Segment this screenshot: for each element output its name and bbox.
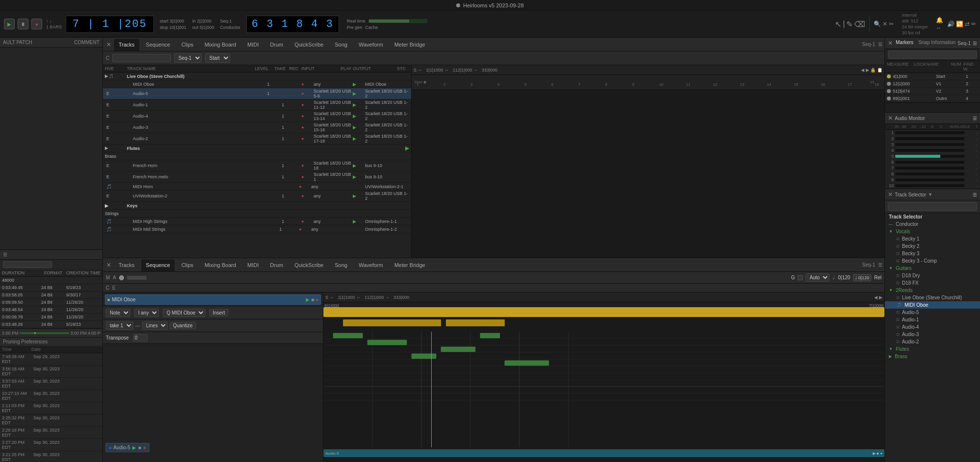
seq-menu-icon[interactable]: ☰: [878, 262, 882, 267]
markers-tab[interactable]: Markers: [894, 40, 915, 47]
tab-waveform[interactable]: Waveform: [353, 38, 389, 51]
sync-icon[interactable]: ↔: [936, 24, 943, 31]
track-row[interactable]: E Audio-5 1 ● Scarlett 18/20 USB 5-6 ▶ S…: [103, 88, 411, 99]
record-button[interactable]: ●: [31, 19, 42, 29]
seq-tab-meter-bridge[interactable]: Meter Bridge: [389, 259, 431, 271]
markers-close[interactable]: ✕: [888, 40, 893, 47]
output-select[interactable]: Q MIDI Oboe: [163, 309, 205, 317]
track-row[interactable]: E French Horn.melo 1 ● Scarlett 18/20 US…: [103, 171, 411, 183]
ts-close[interactable]: ✕: [888, 191, 893, 198]
track-row[interactable]: E UVIWorkstation-2 1 ● any ▶ Scarlett 18…: [103, 191, 411, 202]
tab-meter-bridge[interactable]: Meter Bridge: [389, 38, 431, 51]
mini-fader[interactable]: [127, 276, 147, 280]
seq-tab-drum[interactable]: Drum: [265, 259, 289, 271]
seq-tab-waveform[interactable]: Waveform: [353, 259, 389, 271]
rec-icon[interactable]: ●: [316, 297, 318, 302]
sync2-icon[interactable]: ⇄: [965, 21, 970, 27]
seq-tab-sequence[interactable]: Sequence: [141, 259, 176, 271]
loop-icon[interactable]: 🔁: [956, 21, 963, 27]
audio-monitor-menu[interactable]: ☰: [973, 116, 977, 121]
ts-search-input[interactable]: [888, 202, 977, 211]
track-row[interactable]: 🎵 MIDI High Strings 1 ● any ▶ Omnisphere…: [103, 218, 411, 225]
seq-tab-song[interactable]: Song: [329, 259, 353, 271]
seq-tab-mixing[interactable]: Mixing Board: [199, 259, 242, 271]
log-item[interactable]: 10:27:10 AM EDTSep 30, 2023: [0, 390, 102, 402]
track-row[interactable]: Brass: [103, 152, 411, 160]
take-select[interactable]: take 1: [106, 321, 133, 330]
mode-dot[interactable]: [119, 275, 124, 280]
track-row[interactable]: ▶ Flutes ▶: [103, 145, 411, 152]
ts-list-item[interactable]: □ D18 FX: [885, 279, 980, 287]
seq-tab-clips[interactable]: Clips: [176, 259, 198, 271]
log-item[interactable]: 3:56:18 AM EDTSep 30, 2023: [0, 365, 102, 378]
ts-list-item[interactable]: □ Audio-1: [885, 316, 980, 323]
track-search-input[interactable]: [112, 54, 171, 62]
ts-list-item[interactable]: ▼ Guitars: [885, 265, 980, 272]
ts-list-item[interactable]: 🎵 MIDI Oboe: [885, 301, 980, 309]
list-item[interactable]: 0:03:48.2624 Bit5/19/23: [0, 321, 102, 328]
arrow-tool[interactable]: ↖: [835, 20, 841, 29]
tab-sequence[interactable]: Sequence: [141, 38, 176, 51]
ts-menu[interactable]: ☰: [973, 192, 977, 197]
marker-row[interactable]: 89|1|001 Outro 4: [885, 95, 980, 102]
pause-button[interactable]: ⏸: [18, 19, 28, 29]
track-row[interactable]: MIDI Oboe 1 ● any ▶ MIDI Oboe: [103, 80, 411, 88]
log-item[interactable]: 2:11:03 PM EDTSep 30, 2023: [0, 402, 102, 414]
log-item[interactable]: 2:27:20 PM EDTSep 30, 2023: [0, 439, 102, 451]
play-icon[interactable]: ▶: [306, 297, 310, 302]
left-search-input[interactable]: [3, 261, 52, 268]
insert-btn[interactable]: Insert: [209, 309, 228, 316]
ts-list-item[interactable]: □ Audio-5: [885, 309, 980, 316]
auto-select[interactable]: Auto: [806, 273, 830, 282]
marker-row[interactable]: 12|1|000 V1 2: [885, 80, 980, 88]
tab-midi[interactable]: MIDI: [242, 38, 264, 51]
list-item[interactable]: 48000: [0, 277, 102, 284]
track-row[interactable]: 🎵 MIDI Horn ● any UVIWorkstation-2-1: [103, 183, 411, 191]
track-row[interactable]: E Audio-2 1 ● Scarlett 18/20 USB 17-18 ▶…: [103, 133, 411, 145]
tab-clips[interactable]: Clips: [176, 38, 198, 51]
ts-list-item[interactable]: ▼ Flutes: [885, 345, 980, 353]
ts-dropdown-icon[interactable]: ▼: [928, 192, 932, 197]
track-row[interactable]: E French Horn 1 ● Scarlett 18/20 USB 18 …: [103, 160, 411, 171]
log-item[interactable]: 3:57:03 AM EDTSep 30, 2023: [0, 378, 102, 390]
track-row[interactable]: E Audio-4 1 ● Scarlett 18/20 USB 13-14 ▶…: [103, 111, 411, 122]
ts-list-item[interactable]: □ Becky 2: [885, 243, 980, 250]
ts-list-item[interactable]: ▼ 2Reeds: [885, 287, 980, 294]
speaker-icon[interactable]: 🔊: [947, 21, 955, 27]
list-item[interactable]: 0:09:09.5024 Bit11/26/20: [0, 299, 102, 306]
track-row[interactable]: 🎵 MIDI Mid Strings 1 ● any Omnisphere-1-…: [103, 225, 411, 233]
markers-menu[interactable]: ☰: [973, 41, 977, 46]
ts-list-item[interactable]: □ Audio-4: [885, 323, 980, 331]
track-row[interactable]: ▶ 🎵 Live Oboe (Steve Churchill): [103, 73, 411, 80]
start-select[interactable]: Start: [205, 53, 230, 63]
g-box[interactable]: [798, 275, 803, 280]
close-btn[interactable]: ✕: [882, 21, 887, 27]
tab-song[interactable]: Song: [329, 38, 353, 51]
ts-list-item[interactable]: □ D18 Dry: [885, 272, 980, 279]
ts-list-item[interactable]: □ Becky 1: [885, 235, 980, 243]
ts-list-item[interactable]: — Conductor: [885, 220, 980, 228]
audio-monitor-close[interactable]: ✕: [888, 115, 893, 122]
list-item[interactable]: 0:03:48.5424 Bit11/26/20: [0, 306, 102, 314]
marker-row[interactable]: 4|1|000 Start 1: [885, 73, 980, 80]
play-button[interactable]: ▶: [4, 19, 15, 29]
tab-menu-icon[interactable]: ☰: [878, 42, 882, 47]
ts-list-item[interactable]: □ Audio-3: [885, 331, 980, 338]
seq-select[interactable]: Seq-1: [174, 53, 202, 63]
tab-drum[interactable]: Drum: [265, 38, 289, 51]
seq-tab-quickscribe[interactable]: QuickScribe: [289, 259, 329, 271]
list-item[interactable]: 0:03:58.0524 Bit9/30/17: [0, 292, 102, 299]
ts-list-item[interactable]: ▶ Brass: [885, 353, 980, 360]
track-row[interactable]: Strings: [103, 210, 411, 218]
quantize-btn[interactable]: Quantize: [170, 322, 196, 329]
cursor-tool[interactable]: |: [843, 20, 845, 29]
sequence-close[interactable]: ✕: [105, 261, 113, 269]
hamburger-icon[interactable]: ☰: [3, 252, 7, 257]
lines-select[interactable]: Lines: [142, 321, 168, 330]
seq-tab-tracks[interactable]: Tracks: [113, 259, 140, 271]
pencil-tool[interactable]: ✎: [846, 20, 853, 29]
transpose-input[interactable]: [133, 334, 147, 341]
seq-tab-midi[interactable]: MIDI: [242, 259, 264, 271]
tab-quickscribe[interactable]: QuickScribe: [289, 38, 329, 51]
log-item[interactable]: 7:49:28 AM EDTSep 29, 2023: [0, 353, 102, 365]
